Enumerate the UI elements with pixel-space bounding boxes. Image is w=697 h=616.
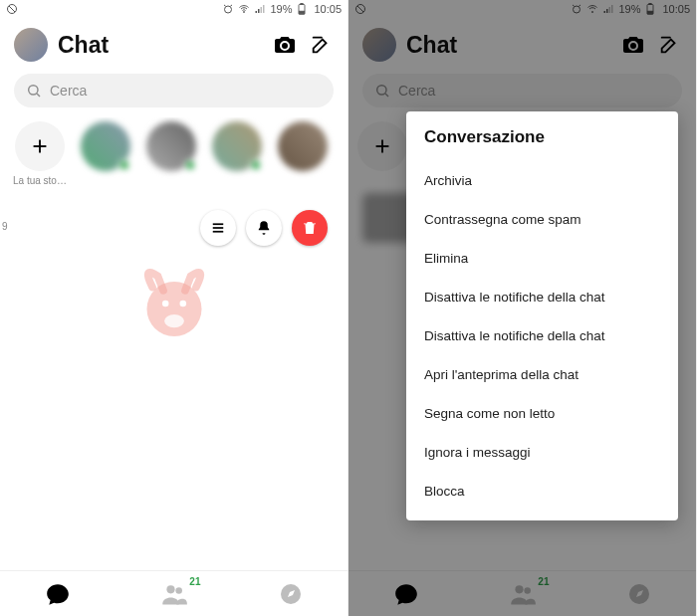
svg-rect-34 bbox=[649, 3, 651, 4]
swipe-delete-button[interactable] bbox=[292, 210, 328, 246]
svg-point-36 bbox=[377, 86, 386, 95]
nav-discover[interactable] bbox=[279, 582, 303, 606]
screen-right: 19% 10:05 Chat Cerca bbox=[348, 0, 697, 616]
signal-icon bbox=[254, 3, 266, 15]
svg-rect-30 bbox=[606, 9, 608, 13]
header: Chat bbox=[348, 18, 696, 70]
header: Chat bbox=[0, 18, 348, 70]
story-add-label: La tua storia bbox=[13, 175, 67, 186]
compose-icon bbox=[310, 34, 332, 56]
svg-rect-10 bbox=[300, 11, 305, 14]
search-placeholder: Cerca bbox=[398, 83, 435, 99]
menu-item-unread[interactable]: Segna come non letto bbox=[424, 394, 660, 433]
stray-text: 9 bbox=[2, 221, 8, 232]
search-wrap: Cerca bbox=[0, 70, 348, 117]
story-add[interactable]: La tua storia bbox=[14, 121, 66, 186]
people-icon bbox=[509, 580, 537, 608]
chat-bubble-icon bbox=[393, 581, 419, 607]
svg-point-19 bbox=[161, 301, 168, 308]
status-bar: 19% 10:05 bbox=[348, 0, 696, 18]
compose-button[interactable] bbox=[308, 32, 334, 58]
story-item[interactable] bbox=[80, 121, 131, 186]
svg-rect-7 bbox=[263, 5, 265, 13]
nav-people[interactable]: 21 bbox=[160, 580, 188, 608]
menu-item-mute-2[interactable]: Disattiva le notifiche della chat bbox=[424, 316, 660, 355]
swipe-more-button[interactable] bbox=[200, 210, 236, 246]
conversation-menu: Conversazione Archivia Contrassegna come… bbox=[406, 111, 678, 520]
svg-point-2 bbox=[225, 6, 232, 13]
swipe-mute-button[interactable] bbox=[246, 210, 282, 246]
bottom-nav: 21 bbox=[0, 570, 348, 616]
screen-left: 19% 10:05 Chat Cerca bbox=[0, 0, 348, 616]
svg-point-22 bbox=[167, 585, 175, 593]
clock: 10:05 bbox=[314, 3, 342, 15]
trash-icon bbox=[301, 219, 319, 237]
alarm-icon bbox=[571, 3, 582, 15]
svg-rect-9 bbox=[301, 3, 303, 4]
camera-icon bbox=[273, 33, 297, 57]
story-item[interactable] bbox=[145, 121, 197, 186]
user-avatar[interactable] bbox=[14, 28, 48, 62]
svg-point-18 bbox=[146, 282, 201, 336]
search-input[interactable]: Cerca bbox=[14, 74, 334, 107]
compose-icon bbox=[658, 34, 680, 56]
battery-icon bbox=[296, 3, 308, 15]
page-title: Chat bbox=[58, 32, 262, 59]
battery-icon bbox=[644, 3, 656, 15]
svg-rect-32 bbox=[611, 5, 613, 13]
camera-button[interactable] bbox=[272, 32, 298, 58]
svg-point-23 bbox=[176, 587, 183, 594]
chat-bubble-icon bbox=[45, 581, 71, 607]
nav-discover[interactable] bbox=[627, 582, 651, 606]
menu-title: Conversazione bbox=[424, 127, 660, 147]
menu-item-archive[interactable]: Archivia bbox=[424, 161, 660, 200]
svg-point-41 bbox=[525, 587, 532, 594]
stories-row[interactable]: La tua storia bbox=[0, 117, 348, 192]
story-item[interactable] bbox=[277, 121, 329, 186]
menu-item-ignore[interactable]: Ignora i messaggi bbox=[424, 433, 660, 472]
svg-rect-4 bbox=[256, 11, 258, 13]
camera-icon bbox=[621, 33, 645, 57]
bell-icon bbox=[255, 219, 273, 237]
svg-rect-5 bbox=[258, 9, 260, 13]
svg-rect-31 bbox=[609, 7, 611, 13]
camera-button[interactable] bbox=[620, 32, 646, 58]
people-badge: 21 bbox=[189, 576, 200, 587]
do-not-disturb-icon bbox=[6, 3, 18, 15]
wifi-icon bbox=[238, 3, 250, 15]
menu-item-preview[interactable]: Apri l'anteprima della chat bbox=[424, 355, 660, 394]
svg-rect-6 bbox=[261, 7, 263, 13]
menu-icon bbox=[209, 219, 227, 237]
svg-point-11 bbox=[29, 86, 38, 95]
watermark-logo bbox=[119, 249, 229, 362]
menu-item-block[interactable]: Blocca bbox=[424, 472, 660, 511]
wifi-icon bbox=[586, 3, 598, 15]
nav-people[interactable]: 21 bbox=[509, 580, 537, 608]
people-icon bbox=[160, 580, 188, 608]
svg-point-20 bbox=[179, 301, 186, 308]
status-bar: 19% 10:05 bbox=[0, 0, 348, 18]
do-not-disturb-icon bbox=[354, 3, 366, 15]
search-input[interactable]: Cerca bbox=[362, 74, 682, 107]
nav-chats[interactable] bbox=[45, 581, 71, 607]
status-left bbox=[6, 3, 18, 15]
story-item[interactable] bbox=[211, 121, 263, 186]
menu-item-mute[interactable]: Disattiva le notifiche della chat bbox=[424, 278, 660, 316]
compass-icon bbox=[279, 582, 303, 606]
signal-icon bbox=[602, 3, 614, 15]
story-add[interactable] bbox=[362, 121, 402, 171]
people-badge: 21 bbox=[538, 576, 549, 587]
svg-point-3 bbox=[244, 12, 245, 13]
menu-item-spam[interactable]: Contrassegna come spam bbox=[424, 200, 660, 239]
user-avatar[interactable] bbox=[362, 28, 396, 62]
menu-item-delete[interactable]: Elimina bbox=[424, 239, 660, 278]
search-icon bbox=[26, 83, 42, 99]
svg-line-37 bbox=[385, 94, 388, 97]
search-icon bbox=[374, 83, 390, 99]
nav-chats[interactable] bbox=[393, 581, 419, 607]
svg-line-26 bbox=[357, 6, 363, 12]
svg-point-21 bbox=[164, 314, 184, 327]
search-placeholder: Cerca bbox=[50, 83, 87, 99]
compose-button[interactable] bbox=[656, 32, 682, 58]
bull-icon bbox=[119, 249, 229, 358]
